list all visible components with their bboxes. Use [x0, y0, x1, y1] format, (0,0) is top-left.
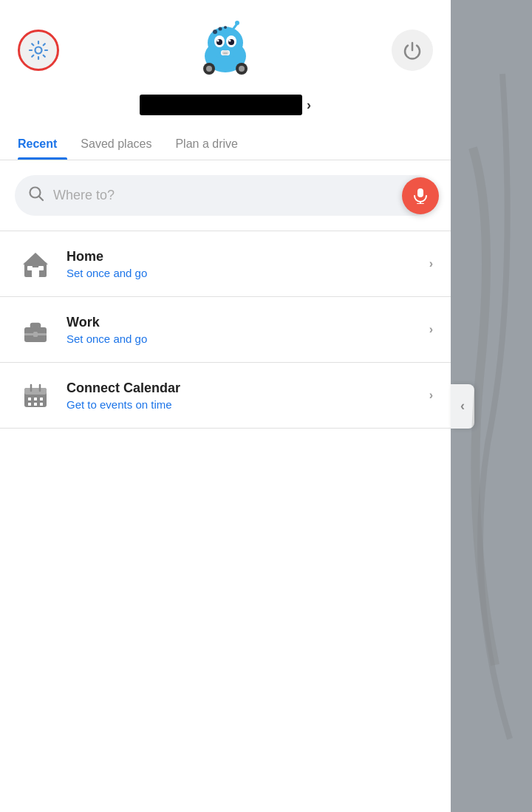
- svg-point-12: [213, 30, 217, 34]
- svg-rect-30: [27, 266, 33, 270]
- username-chevron: ›: [307, 98, 311, 113]
- svg-point-0: [35, 47, 42, 54]
- list-item-calendar[interactable]: Connect Calendar Get to events on time ›: [0, 363, 451, 428]
- home-icon: [18, 246, 53, 282]
- home-title: Home: [66, 249, 429, 265]
- svg-rect-43: [40, 398, 43, 400]
- svg-rect-31: [38, 266, 44, 270]
- svg-rect-44: [28, 403, 31, 406]
- svg-rect-45: [34, 403, 37, 406]
- svg-rect-41: [28, 398, 31, 400]
- svg-point-18: [239, 66, 245, 72]
- tab-plan-a-drive[interactable]: Plan a drive: [175, 130, 248, 160]
- svg-point-20: [235, 21, 239, 25]
- search-container: Where to?: [0, 160, 451, 231]
- power-icon: [403, 41, 422, 60]
- work-text: Work Set once and go: [66, 315, 429, 345]
- calendar-subtitle: Get to events on time: [66, 398, 429, 411]
- calendar-text: Connect Calendar Get to events on time: [66, 381, 429, 411]
- svg-rect-38: [24, 388, 47, 395]
- mic-icon: [412, 188, 429, 204]
- svg-point-7: [217, 40, 219, 42]
- svg-point-14: [224, 26, 227, 29]
- list-item-work[interactable]: Work Set once and go ›: [0, 297, 451, 362]
- svg-rect-11: [223, 52, 228, 54]
- calendar-title: Connect Calendar: [66, 381, 429, 396]
- power-button[interactable]: [392, 30, 433, 71]
- work-chevron: ›: [429, 323, 433, 336]
- map-texture: [451, 0, 532, 812]
- svg-rect-42: [34, 398, 37, 400]
- home-text: Home Set once and go: [66, 249, 429, 279]
- svg-line-22: [39, 197, 44, 201]
- svg-rect-34: [31, 324, 40, 327]
- settings-button[interactable]: [18, 30, 59, 71]
- calendar-chevron: ›: [429, 389, 433, 402]
- username-redacted: [140, 95, 302, 115]
- calendar-icon: [18, 378, 53, 413]
- svg-point-16: [206, 66, 212, 72]
- svg-rect-36: [33, 332, 38, 337]
- svg-marker-27: [23, 253, 48, 265]
- home-chevron: ›: [429, 257, 433, 270]
- main-panel: › Recent Saved places Plan a drive Where…: [0, 0, 451, 812]
- mic-button[interactable]: [402, 177, 439, 214]
- svg-rect-23: [417, 188, 423, 197]
- svg-rect-28: [32, 267, 39, 277]
- svg-point-13: [219, 27, 222, 31]
- waze-mascot: [196, 21, 255, 80]
- search-placeholder: Where to?: [53, 188, 423, 203]
- work-subtitle: Set once and go: [66, 332, 429, 345]
- work-title: Work: [66, 315, 429, 330]
- tab-saved-places[interactable]: Saved places: [81, 130, 162, 160]
- svg-point-8: [229, 40, 231, 42]
- header: [0, 0, 451, 92]
- tabs-container: Recent Saved places Plan a drive: [0, 130, 451, 160]
- search-icon: [28, 185, 44, 205]
- divider-4: [0, 428, 451, 429]
- list-item-home[interactable]: Home Set once and go ›: [0, 231, 451, 296]
- svg-rect-46: [40, 403, 43, 406]
- side-panel: ‹: [451, 0, 532, 812]
- username-bar[interactable]: ›: [0, 92, 451, 130]
- gear-icon: [28, 40, 49, 61]
- tab-recent[interactable]: Recent: [18, 130, 67, 160]
- home-subtitle: Set once and go: [66, 267, 429, 279]
- search-bar[interactable]: Where to?: [15, 175, 436, 216]
- waze-logo: [196, 21, 255, 80]
- work-icon: [18, 312, 53, 347]
